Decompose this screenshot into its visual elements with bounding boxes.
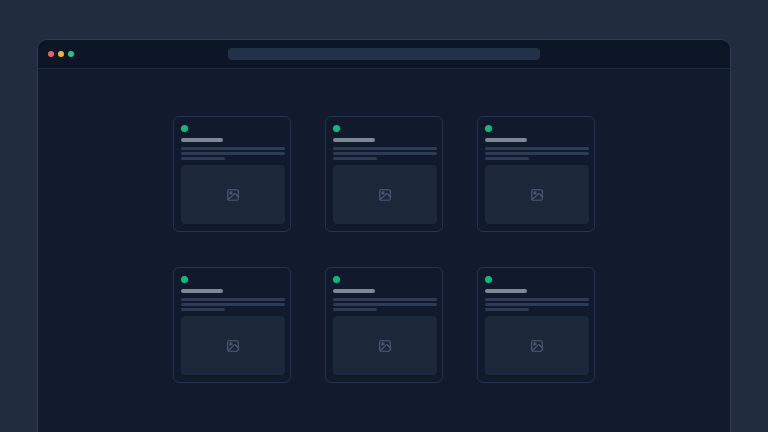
card-text-skeleton	[333, 308, 377, 311]
card-title-skeleton	[181, 138, 223, 142]
thumbnail-placeholder	[181, 316, 285, 375]
browser-window	[37, 39, 731, 432]
card-text-skeleton	[333, 152, 437, 155]
card-text-skeleton	[485, 157, 529, 160]
card-text-skeleton	[485, 298, 589, 301]
card-text-skeleton	[181, 157, 225, 160]
card-text-skeleton	[333, 157, 377, 160]
image-icon	[378, 339, 392, 353]
close-button[interactable]	[48, 51, 54, 57]
card-title-skeleton	[485, 289, 527, 293]
image-icon	[530, 188, 544, 202]
card-text-skeleton	[333, 303, 437, 306]
content-card[interactable]	[477, 267, 595, 383]
minimize-button[interactable]	[58, 51, 64, 57]
page-content	[38, 69, 730, 383]
card-text-skeleton	[333, 147, 437, 150]
url-bar[interactable]	[228, 48, 540, 60]
card-text-skeleton	[181, 147, 285, 150]
content-card[interactable]	[477, 116, 595, 232]
card-grid	[173, 116, 595, 383]
status-dot-icon	[485, 276, 492, 283]
content-card[interactable]	[173, 267, 291, 383]
card-title-skeleton	[181, 289, 223, 293]
image-icon	[226, 339, 240, 353]
content-card[interactable]	[325, 267, 443, 383]
thumbnail-placeholder	[181, 165, 285, 224]
card-text-skeleton	[485, 303, 589, 306]
maximize-button[interactable]	[68, 51, 74, 57]
card-text-skeleton	[181, 152, 285, 155]
status-dot-icon	[181, 125, 188, 132]
status-dot-icon	[485, 125, 492, 132]
card-text-skeleton	[485, 147, 589, 150]
status-dot-icon	[333, 125, 340, 132]
card-text-skeleton	[333, 298, 437, 301]
browser-titlebar	[38, 40, 730, 69]
thumbnail-placeholder	[485, 316, 589, 375]
card-title-skeleton	[333, 138, 375, 142]
card-title-skeleton	[333, 289, 375, 293]
image-icon	[530, 339, 544, 353]
traffic-lights	[48, 51, 74, 57]
status-dot-icon	[181, 276, 188, 283]
card-text-skeleton	[181, 298, 285, 301]
content-card[interactable]	[325, 116, 443, 232]
thumbnail-placeholder	[333, 316, 437, 375]
card-title-skeleton	[485, 138, 527, 142]
image-icon	[378, 188, 392, 202]
card-text-skeleton	[485, 308, 529, 311]
thumbnail-placeholder	[333, 165, 437, 224]
card-text-skeleton	[181, 303, 285, 306]
card-text-skeleton	[485, 152, 589, 155]
content-card[interactable]	[173, 116, 291, 232]
status-dot-icon	[333, 276, 340, 283]
image-icon	[226, 188, 240, 202]
page-background	[0, 0, 768, 432]
thumbnail-placeholder	[485, 165, 589, 224]
card-text-skeleton	[181, 308, 225, 311]
